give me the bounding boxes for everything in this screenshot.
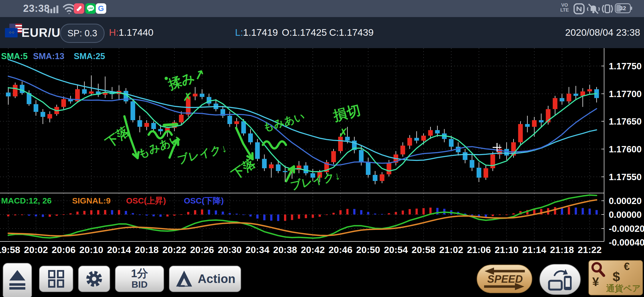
notification-google-icon: G bbox=[96, 3, 106, 14]
svg-text:19:58: 19:58 bbox=[0, 244, 20, 255]
action-label: Action bbox=[198, 272, 236, 286]
notification-line-icon: LINE bbox=[85, 3, 96, 14]
euro-symbol: € bbox=[624, 261, 630, 273]
sma25-line bbox=[8, 59, 597, 160]
rotation-lock-icon bbox=[602, 3, 613, 14]
gear-icon bbox=[84, 269, 104, 288]
settings-button[interactable] bbox=[78, 266, 110, 292]
svg-text:MACD:12, 26: MACD:12, 26 bbox=[1, 196, 51, 205]
svg-text:揉み↗: 揉み↗ bbox=[166, 67, 207, 92]
svg-text:20:02: 20:02 bbox=[24, 244, 48, 255]
svg-text:20:22: 20:22 bbox=[162, 244, 186, 255]
svg-text:20:34: 20:34 bbox=[245, 244, 269, 255]
signal-strength-icon bbox=[47, 5, 59, 13]
price-macd-chart[interactable]: 1.177501.177001.176501.176001.175500.000… bbox=[0, 48, 644, 258]
svg-text:20:58: 20:58 bbox=[412, 244, 436, 255]
mute-vibrate-icon bbox=[587, 3, 600, 14]
svg-text:もみあい: もみあい bbox=[136, 132, 182, 160]
chart-area[interactable]: 1.177501.177001.176501.176001.175500.000… bbox=[0, 48, 644, 258]
svg-text:20:54: 20:54 bbox=[384, 244, 408, 255]
svg-text:SIGNAL:9: SIGNAL:9 bbox=[72, 196, 111, 205]
svg-text:20:30: 20:30 bbox=[218, 244, 242, 255]
quote-side-label: BID bbox=[132, 279, 148, 290]
clock: 23:38 bbox=[23, 3, 50, 14]
bottom-toolbar: 1分 BID Action SPEED € $ bbox=[0, 258, 644, 297]
svg-text:-0.00020: -0.00020 bbox=[609, 224, 644, 234]
grid-icon bbox=[48, 270, 64, 288]
candles bbox=[6, 75, 599, 184]
time-axis-labels: 19:5820:0220:0620:1020:1420:1820:2220:26… bbox=[0, 244, 602, 255]
action-mountain-icon bbox=[175, 270, 193, 288]
volte-indicator: VOLTE bbox=[560, 3, 569, 13]
quote-header: ⁘⁘ EUR/USD SP: 0.3 H:1.17440 L:1.17419 O… bbox=[0, 17, 644, 48]
svg-text:20:10: 20:10 bbox=[79, 244, 103, 255]
macd-axis-labels: 0.000200.00000-0.00020-0.00040 bbox=[609, 196, 644, 248]
eu-flag-icon: ⁘⁘ bbox=[5, 28, 18, 37]
speed-label: SPEED bbox=[487, 273, 523, 285]
eject-icon bbox=[8, 270, 26, 291]
currency-pair-label: 通貨ペア bbox=[606, 283, 641, 294]
macd-signal-line bbox=[8, 200, 597, 236]
svg-text:20:14: 20:14 bbox=[107, 244, 131, 255]
svg-text:OSC(下降): OSC(下降) bbox=[184, 196, 224, 205]
svg-text:1.17650: 1.17650 bbox=[609, 116, 642, 127]
high-quote: H:1.17440 bbox=[109, 27, 154, 38]
status-bar: 23:38 LINE G VOLTE 32 bbox=[0, 0, 644, 17]
dollar-symbol: $ bbox=[613, 269, 620, 284]
svg-text:SMA:25: SMA:25 bbox=[74, 51, 105, 61]
svg-text:21:22: 21:22 bbox=[578, 244, 602, 255]
svg-text:20:50: 20:50 bbox=[356, 244, 380, 255]
svg-text:✗: ✗ bbox=[339, 126, 348, 139]
svg-text:0.00000: 0.00000 bbox=[609, 210, 642, 220]
sma-legend: SMA:5SMA:13SMA:25 bbox=[1, 51, 105, 61]
collapse-toolbar-button[interactable] bbox=[3, 263, 32, 297]
svg-text:20:42: 20:42 bbox=[301, 244, 325, 255]
svg-text:損切: 損切 bbox=[331, 102, 362, 124]
svg-text:1.17600: 1.17600 bbox=[609, 144, 642, 154]
timeframe-button[interactable]: 1分 BID bbox=[115, 266, 164, 292]
svg-text:-0.00040: -0.00040 bbox=[609, 237, 644, 248]
battery-indicator: 32 bbox=[615, 3, 631, 13]
chart-datetime: 2020/08/04 23:38 bbox=[565, 27, 640, 38]
yen-symbol: ¥ bbox=[592, 275, 599, 289]
spread-badge[interactable]: SP: 0.3 bbox=[60, 24, 105, 43]
svg-text:21:14: 21:14 bbox=[522, 244, 546, 255]
close-quote: C:1.17439 bbox=[329, 27, 374, 38]
price-axis-labels: 1.177501.177001.176501.176001.17550 bbox=[609, 61, 642, 182]
svg-text:21:06: 21:06 bbox=[467, 244, 491, 255]
chart-layout-button[interactable] bbox=[39, 266, 73, 292]
macd-histogram bbox=[7, 207, 598, 221]
open-quote: O:1.17425 bbox=[282, 27, 327, 38]
line-label: LINE bbox=[88, 7, 93, 10]
svg-text:ブレイク↓: ブレイク↓ bbox=[289, 169, 341, 192]
rotate-device-icon bbox=[547, 267, 573, 292]
svg-text:21:02: 21:02 bbox=[439, 244, 463, 255]
timeframe-value: 1分 bbox=[131, 268, 148, 279]
currency-pair-button[interactable]: € $ ¥ 通貨ペア bbox=[588, 260, 643, 295]
svg-text:0.00020: 0.00020 bbox=[609, 196, 642, 206]
svg-text:21:10: 21:10 bbox=[495, 244, 519, 255]
svg-text:20:18: 20:18 bbox=[135, 244, 159, 255]
notification-app-pink-icon bbox=[74, 3, 84, 14]
svg-text:OSC(上昇): OSC(上昇) bbox=[126, 196, 166, 205]
svg-text:20:06: 20:06 bbox=[52, 244, 76, 255]
svg-text:20:46: 20:46 bbox=[329, 244, 353, 255]
svg-text:1.17550: 1.17550 bbox=[609, 172, 642, 182]
svg-text:20:38: 20:38 bbox=[273, 244, 297, 255]
svg-text:20:26: 20:26 bbox=[190, 244, 214, 255]
low-quote: L:1.17419 bbox=[235, 27, 278, 38]
hand-annotations: 揉み↗✗下落もみあいブレイク↓下落もみあいブレイク↓損切✗ bbox=[103, 67, 362, 192]
svg-text:SMA:13: SMA:13 bbox=[33, 51, 64, 61]
rotate-chart-button[interactable] bbox=[539, 264, 581, 295]
svg-text:✗: ✗ bbox=[183, 90, 192, 103]
svg-text:SMA:5: SMA:5 bbox=[1, 51, 28, 61]
svg-text:もみあい: もみあい bbox=[262, 110, 306, 133]
svg-text:1.17750: 1.17750 bbox=[609, 61, 642, 71]
speed-order-button[interactable]: SPEED bbox=[477, 265, 532, 293]
action-menu-button[interactable]: Action bbox=[169, 266, 241, 292]
speed-arrows-icon: SPEED bbox=[481, 266, 528, 292]
svg-text:21:18: 21:18 bbox=[550, 244, 574, 255]
svg-text:1.17700: 1.17700 bbox=[609, 89, 642, 99]
nfc-icon bbox=[574, 3, 585, 14]
